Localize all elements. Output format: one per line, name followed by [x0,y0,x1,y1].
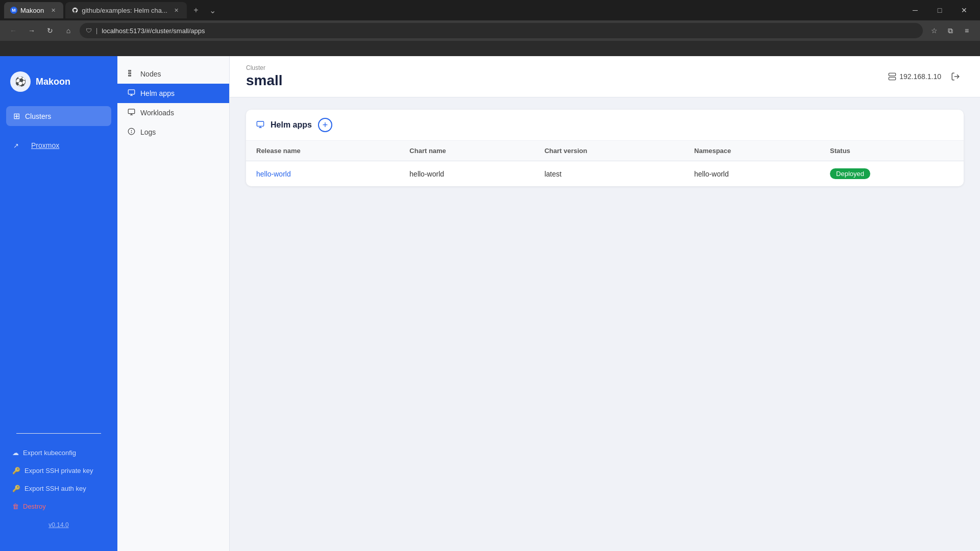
forward-button[interactable]: → [24,23,39,38]
svg-rect-13 [889,77,896,80]
key-icon-2: 🔑 [12,485,20,492]
nav-logs-label: Logs [140,128,156,136]
sidebar-item-clusters-label: Clusters [25,112,51,120]
page-title: small [246,72,283,89]
add-helm-app-button[interactable]: + [318,118,332,132]
svg-rect-0 [129,70,131,71]
svg-rect-17 [257,121,263,126]
destroy-button[interactable]: 🗑 Destroy [8,499,109,513]
bottom-divider [16,433,101,434]
export-ssh-private-button[interactable]: 🔑 Export SSH private key [8,464,109,478]
browser-titlebar: M Makoon ✕ github/examples: Helm cha... … [0,0,980,20]
browser-chrome: M Makoon ✕ github/examples: Helm cha... … [0,0,980,56]
helm-apps-title: Helm apps [271,120,312,130]
minimize-button[interactable]: ─ [903,0,927,20]
bookmark-button[interactable]: ☆ [927,23,941,38]
brand-name: Makoon [36,77,70,87]
browser-toolbar: ← → ↻ ⌂ 🛡 | localhost:5173/#/cluster/sma… [0,20,980,41]
version-link[interactable]: v0.14.0 [8,517,109,533]
nav-nodes-label: Nodes [140,70,161,78]
window-controls: ─ □ ✕ [903,0,976,20]
app-container: ⚽ Makoon ⊞ Clusters ↗ Proxmox ☁ Export k… [0,56,980,551]
cell-namespace: hello-world [684,161,820,187]
export-ssh-auth-button[interactable]: 🔑 Export SSH auth key [8,482,109,495]
nav-nodes[interactable]: Nodes [117,64,229,84]
back-button[interactable]: ← [6,23,20,38]
external-link-icon: ↗ [13,142,19,149]
page-header-left: Cluster small [246,64,283,89]
helm-apps-icon [128,89,135,98]
nav-workloads[interactable]: Workloads [117,103,229,122]
svg-point-11 [131,133,132,133]
key-icon-1: 🔑 [12,467,20,474]
refresh-button[interactable]: ↻ [43,23,57,38]
col-chart-version: Chart version [534,141,684,161]
address-bar[interactable]: 🛡 | localhost:5173/#/cluster/small/apps [80,23,923,38]
helm-section-icon [256,120,264,130]
sidebar-item-clusters[interactable]: ⊞ Clusters [6,106,111,126]
secondary-sidebar: Nodes Helm apps Workloads Logs [117,56,230,551]
export-kubeconfig-button[interactable]: ☁ Export kubeconfig [8,446,109,460]
logs-icon [128,128,135,137]
table-row[interactable]: hello-world hello-world latest hello-wor… [246,161,964,187]
helm-apps-header: Helm apps + [246,110,964,141]
status-badge: Deployed [830,168,870,179]
helm-apps-table: Release name Chart name Chart version Na… [246,141,964,186]
table-header-row: Release name Chart name Chart version Na… [246,141,964,161]
close-button[interactable]: ✕ [952,0,976,20]
sidebar-brand: ⚽ Makoon [0,66,117,102]
svg-rect-3 [128,90,135,94]
cell-release-name[interactable]: hello-world [246,161,399,187]
content-area: Helm apps + Release name Chart name Char… [230,97,980,198]
nav-helm-apps[interactable]: Helm apps [117,84,229,103]
destroy-label: Destroy [23,503,46,510]
cell-status: Deployed [820,161,964,187]
toolbar-actions: ☆ ⧉ ≡ [927,23,974,38]
sidebar-bottom: ☁ Export kubeconfig 🔑 Export SSH private… [0,425,117,541]
clusters-icon: ⊞ [13,111,20,121]
ip-badge: 192.168.1.10 [888,72,941,81]
helm-apps-table-container: Release name Chart name Chart version Na… [246,141,964,186]
col-chart-name: Chart name [399,141,534,161]
cell-chart-version: latest [534,161,684,187]
tab-add-button[interactable]: + [189,3,203,17]
svg-rect-12 [889,73,896,76]
nav-logs[interactable]: Logs [117,122,229,142]
helm-apps-card: Helm apps + Release name Chart name Char… [246,110,964,186]
sidebar-item-proxmox[interactable]: ↗ Proxmox [6,134,111,157]
export-ssh-auth-label: Export SSH auth key [24,485,86,492]
extensions-button[interactable]: ⧉ [943,23,958,38]
server-icon [888,72,896,81]
github-favicon [71,7,79,14]
security-icon: 🛡 [86,27,92,34]
svg-rect-2 [129,75,131,76]
tab-github[interactable]: github/examples: Helm cha... ✕ [65,2,187,18]
main-header: Cluster small 192.168.1.10 [230,56,980,97]
address-text: localhost:5173/#/cluster/small/apps [102,27,917,35]
nodes-icon [128,69,135,79]
tab-close-makoon[interactable]: ✕ [49,6,57,14]
nav-helm-apps-label: Helm apps [140,89,175,97]
cloud-icon: ☁ [12,449,19,457]
breadcrumb: Cluster [246,64,283,71]
proxmox-link-label: Proxmox [24,138,66,153]
main-content: Cluster small 192.168.1.10 Helm [230,56,980,551]
col-namespace: Namespace [684,141,820,161]
export-kubeconfig-label: Export kubeconfig [23,449,76,457]
maximize-button[interactable]: □ [928,0,951,20]
menu-button[interactable]: ≡ [960,23,974,38]
trash-icon: 🗑 [12,503,19,510]
tab-github-label: github/examples: Helm cha... [82,7,167,14]
ip-address: 192.168.1.10 [899,72,941,81]
col-status: Status [820,141,964,161]
nav-workloads-label: Workloads [140,109,174,117]
home-button[interactable]: ⌂ [61,23,76,38]
export-button[interactable] [947,68,964,85]
tab-makoon[interactable]: M Makoon ✕ [4,2,63,18]
header-actions: 192.168.1.10 [888,68,964,85]
tab-close-github[interactable]: ✕ [173,6,181,14]
tab-list-dropdown[interactable]: ⌄ [209,6,216,15]
brand-logo: ⚽ [10,71,31,92]
makoon-favicon: M [10,7,17,14]
sidebar-cluster-items: ↗ Proxmox [0,130,117,161]
